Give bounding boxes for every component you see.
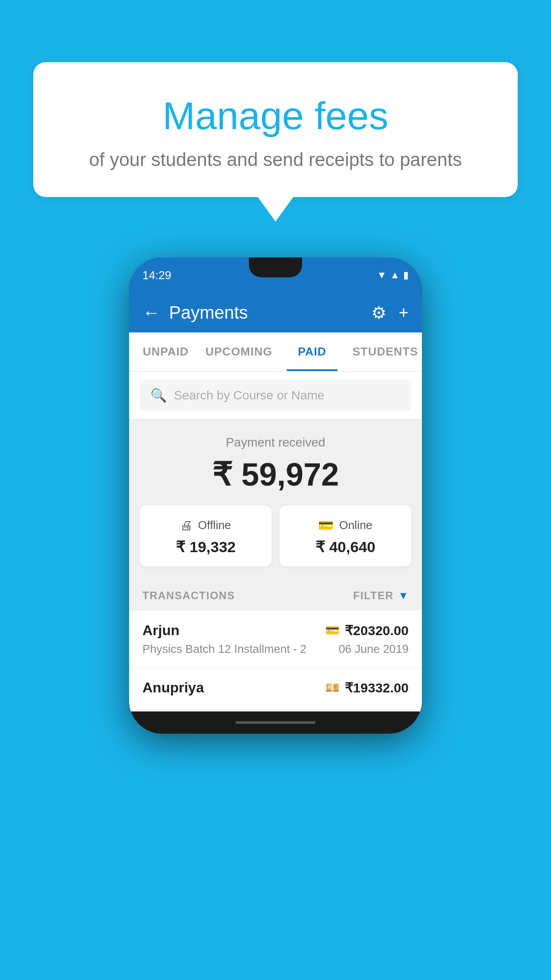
transactions-header: TRANSACTIONS FILTER ▼ [129,579,422,611]
transaction-type-icon: 💳 [325,624,339,637]
battery-icon: ▮ [403,269,409,281]
status-time: 14:29 [142,269,171,282]
payment-cards: 🖨 Offline ₹ 19,332 💳 Online ₹ 40,640 [140,506,411,566]
add-icon[interactable]: + [399,303,409,322]
transaction-amount: ₹19332.00 [345,680,409,695]
search-icon: 🔍 [150,387,167,403]
bubble-subtitle: of your students and send receipts to pa… [60,149,491,170]
back-button[interactable]: ← [142,303,160,323]
transaction-name: Anupriya [142,680,204,696]
transaction-top: Anupriya 💴 ₹19332.00 [142,680,409,696]
tab-students[interactable]: STUDENTS [349,332,422,371]
phone-frame: 14:29 ▼ ▲ ▮ ← Payments ⚙ + [129,257,422,734]
payment-received-label: Payment received [140,435,411,450]
payment-total-amount: ₹ 59,972 [140,456,411,493]
transaction-amount: ₹20320.00 [345,623,409,638]
filter-label: FILTER [353,589,394,602]
phone-wrapper: 14:29 ▼ ▲ ▮ ← Payments ⚙ + [129,257,422,734]
online-payment-card: 💳 Online ₹ 40,640 [279,506,411,566]
online-card-header: 💳 Online [288,518,402,533]
payment-summary: Payment received ₹ 59,972 🖨 Offline ₹ 19… [129,419,422,579]
tab-unpaid[interactable]: UNPAID [129,332,202,371]
home-bar [129,711,422,734]
wifi-icon: ▼ [377,269,386,281]
search-input[interactable]: Search by Course or Name [174,388,324,403]
tab-upcoming[interactable]: UPCOMING [202,332,276,371]
tab-paid[interactable]: PAID [276,332,349,371]
home-bar-line [236,721,315,724]
app-screen: ← Payments ⚙ + UNPAID UPCOMING PAID [129,293,422,711]
bubble-title: Manage fees [60,93,491,138]
transaction-date: 06 June 2019 [338,642,409,656]
signal-icon: ▲ [390,269,400,281]
online-label: Online [339,518,372,532]
transaction-amount-area: 💳 ₹20320.00 [325,623,409,638]
transaction-bottom: Physics Batch 12 Installment - 2 06 June… [142,642,409,656]
offline-payment-card: 🖨 Offline ₹ 19,332 [140,506,272,566]
transaction-row[interactable]: Arjun 💳 ₹20320.00 Physics Batch 12 Insta… [129,611,422,668]
header-right: ⚙ + [371,303,409,323]
filter-icon: ▼ [398,589,409,602]
settings-icon[interactable]: ⚙ [371,303,386,323]
transaction-name: Arjun [142,622,180,639]
status-icons: ▼ ▲ ▮ [377,269,409,281]
transaction-row[interactable]: Anupriya 💴 ₹19332.00 [129,668,422,711]
speech-bubble: Manage fees of your students and send re… [33,62,518,197]
notch [249,257,302,277]
transaction-top: Arjun 💳 ₹20320.00 [142,622,409,639]
tabs-bar: UNPAID UPCOMING PAID STUDENTS [129,332,422,371]
online-amount: ₹ 40,640 [288,538,402,556]
search-box[interactable]: 🔍 Search by Course or Name [140,379,411,411]
status-bar: 14:29 ▼ ▲ ▮ [129,257,422,293]
online-icon: 💳 [318,518,334,533]
transaction-amount-area: 💴 ₹19332.00 [325,680,409,695]
offline-amount: ₹ 19,332 [149,538,263,556]
offline-label: Offline [198,518,231,532]
app-header: ← Payments ⚙ + [129,293,422,332]
screen-title: Payments [169,303,248,323]
transaction-course: Physics Batch 12 Installment - 2 [142,642,307,656]
filter-area[interactable]: FILTER ▼ [353,589,409,602]
transactions-label: TRANSACTIONS [142,589,235,602]
search-container: 🔍 Search by Course or Name [129,371,422,419]
transaction-type-icon: 💴 [325,681,339,695]
offline-card-header: 🖨 Offline [149,518,263,533]
header-left: ← Payments [142,303,248,323]
offline-icon: 🖨 [180,518,193,533]
